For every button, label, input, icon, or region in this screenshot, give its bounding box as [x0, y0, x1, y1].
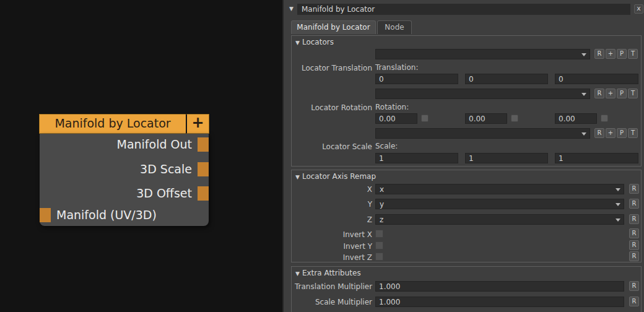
group-extra-attributes: ▼Extra Attributes Translation Multiplier…	[291, 266, 642, 312]
invert-x-checkbox[interactable]	[375, 230, 383, 238]
label-scale-multiplier: Scale Multiplier	[295, 298, 372, 306]
plus-button[interactable]: +	[606, 128, 616, 138]
rotation-x-slider-handle[interactable]	[421, 115, 429, 122]
r-button[interactable]: R	[629, 251, 639, 261]
dropdown-arrow-icon	[581, 132, 586, 136]
group-title-text: Locator Axis Remap	[302, 172, 376, 181]
dropdown-arrow-icon	[616, 203, 620, 206]
label-translation-multiplier: Translation Multiplier	[295, 282, 372, 291]
label-locator-translation: Locator Translation	[295, 64, 372, 72]
r-button[interactable]: R	[629, 297, 639, 306]
label-locator-scale: Locator Scale	[295, 142, 372, 151]
group-axis-remap-title[interactable]: ▼Locator Axis Remap	[295, 172, 376, 181]
label-invert-x: Invert X	[295, 230, 372, 239]
locator-translation-dropdown[interactable]	[375, 49, 590, 59]
label-invert-z: Invert Z	[295, 253, 372, 262]
node-manifold-by-locator[interactable]: Manifold by Locator + Manifold Out 3D Sc…	[39, 114, 209, 226]
collapse-triangle-icon: ▼	[295, 271, 300, 277]
locator-scale-dropdown[interactable]	[375, 128, 590, 139]
translation-y-field[interactable]	[465, 74, 548, 84]
node-title[interactable]: Manifold by Locator	[39, 114, 186, 134]
r-button[interactable]: R	[594, 128, 604, 138]
plus-button[interactable]: +	[606, 49, 616, 59]
node-graph-canvas[interactable]: Manifold by Locator + Manifold Out 3D Sc…	[0, 0, 282, 312]
port-manifold-uv3d[interactable]	[40, 208, 51, 222]
port-manifold-out[interactable]	[198, 137, 209, 152]
port-3d-scale[interactable]	[198, 162, 209, 176]
katana-window: Manifold by Locator + Manifold Out 3D Sc…	[0, 0, 644, 312]
invert-y-checkbox[interactable]	[375, 241, 383, 249]
scale-multiplier-field[interactable]	[375, 297, 624, 307]
rotation-z-slider-handle[interactable]	[601, 115, 608, 122]
port-label-manifold-out: Manifold Out	[117, 137, 193, 152]
dropdown-value: y	[380, 200, 384, 209]
close-icon[interactable]: x	[634, 4, 643, 14]
collapse-triangle-icon[interactable]: ▼	[289, 6, 294, 12]
rotation-y-slider-handle[interactable]	[511, 115, 518, 122]
group-locator-axis-remap: ▼Locator Axis Remap X x R Y y R Z z R In…	[291, 170, 642, 262]
label-scale: Scale:	[375, 142, 398, 150]
panel-title[interactable]: Manifold by Locator	[297, 4, 630, 15]
label-axis-y: Y	[295, 200, 372, 209]
p-button[interactable]: P	[617, 128, 627, 138]
locator-rotation-dropdown[interactable]	[375, 89, 590, 99]
collapse-triangle-icon: ▼	[295, 40, 300, 46]
tab-node[interactable]: Node	[377, 20, 412, 34]
r-button[interactable]: R	[594, 89, 604, 98]
rotation-z-field[interactable]	[555, 113, 597, 124]
label-translation: Translation:	[375, 63, 418, 72]
t-button[interactable]: T	[628, 89, 638, 98]
translation-button-strip: R + P T	[594, 49, 638, 59]
invert-z-checkbox[interactable]	[375, 253, 383, 261]
group-title-text: Locators	[302, 38, 334, 46]
rotation-y-field[interactable]	[465, 113, 507, 124]
rotation-button-strip: R + P T	[594, 89, 638, 98]
translation-z-field[interactable]	[555, 74, 638, 84]
plus-button[interactable]: +	[606, 89, 616, 98]
t-button[interactable]: T	[628, 128, 638, 138]
tab-manifold-by-locator[interactable]: Manifold by Locator	[291, 20, 376, 34]
axis-z-dropdown[interactable]: z	[375, 214, 624, 225]
group-locators: ▼Locators R + P T Locator Translation Tr…	[291, 35, 642, 167]
label-axis-x: X	[295, 185, 372, 194]
node-header: Manifold by Locator +	[39, 114, 209, 134]
rotation-x-field[interactable]	[375, 113, 417, 124]
r-button[interactable]: R	[629, 199, 639, 209]
t-button[interactable]: T	[628, 49, 638, 59]
axis-y-dropdown[interactable]: y	[375, 199, 624, 209]
label-rotation: Rotation:	[375, 103, 409, 111]
node-body: Manifold Out 3D Scale 3D Offset Manifold…	[40, 134, 209, 226]
r-button[interactable]: R	[629, 281, 639, 291]
r-button[interactable]: R	[629, 214, 639, 224]
collapse-triangle-icon: ▼	[295, 174, 300, 180]
port-label-3d-scale: 3D Scale	[140, 162, 192, 176]
group-extra-attributes-title[interactable]: ▼Extra Attributes	[295, 269, 361, 277]
group-title-text: Extra Attributes	[302, 269, 361, 277]
p-button[interactable]: P	[617, 49, 627, 59]
dropdown-arrow-icon	[616, 219, 620, 222]
dropdown-value: x	[380, 185, 384, 194]
r-button[interactable]: R	[629, 240, 639, 250]
r-button[interactable]: R	[629, 228, 639, 238]
port-3d-offset[interactable]	[198, 186, 209, 201]
dropdown-value: z	[380, 215, 383, 225]
node-add-button[interactable]: +	[186, 114, 209, 134]
parameters-panel: ▼ Manifold by Locator x Manifold by Loca…	[282, 0, 644, 312]
translation-x-field[interactable]	[375, 74, 458, 84]
scale-button-strip: R + P T	[594, 128, 638, 138]
r-button[interactable]: R	[594, 49, 604, 59]
dropdown-arrow-icon	[581, 53, 586, 56]
p-button[interactable]: P	[617, 89, 627, 98]
scale-y-field[interactable]	[465, 153, 548, 163]
port-label-manifold-uv3d: Manifold (UV/3D)	[56, 208, 157, 222]
axis-x-dropdown[interactable]: x	[375, 184, 624, 194]
scale-z-field[interactable]	[555, 153, 638, 163]
translation-multiplier-field[interactable]	[375, 281, 624, 292]
r-button[interactable]: R	[629, 184, 639, 194]
dropdown-arrow-icon	[581, 93, 586, 96]
port-label-3d-offset: 3D Offset	[136, 186, 192, 201]
scale-x-field[interactable]	[375, 153, 458, 163]
label-locator-rotation: Locator Rotation	[295, 103, 372, 112]
label-axis-z: Z	[295, 215, 372, 224]
group-locators-title[interactable]: ▼Locators	[295, 38, 334, 46]
